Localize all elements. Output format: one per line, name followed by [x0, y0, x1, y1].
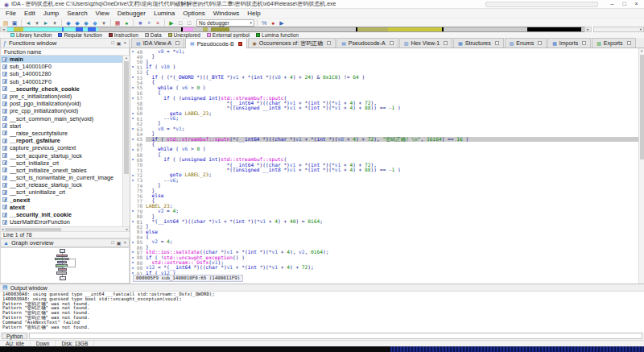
function-item[interactable]: f__raise_securityfailure — [1, 130, 130, 137]
dropdown-icon[interactable]: ▾ — [100, 20, 108, 26]
back-dropdown-icon[interactable]: ▾ — [33, 20, 41, 26]
function-item[interactable]: fstart — [1, 122, 130, 130]
tab-close-icon[interactable] — [238, 42, 242, 46]
tab-enums[interactable]: ▧Enums — [505, 38, 547, 48]
function-item[interactable]: f__scrt_uninitialize_crt — [1, 188, 130, 196]
function-item[interactable]: f__scrt_common_main_seh(void) — [1, 115, 130, 122]
panel-close-icon[interactable]: × — [123, 240, 126, 246]
forward-icon[interactable]: ► — [42, 20, 50, 26]
function-item[interactable]: f__scrt_acquire_startup_lock — [1, 151, 130, 159]
debugger-combo[interactable]: No debugger▾ — [196, 19, 254, 27]
output-window-header[interactable]: ▤ Output window — [0, 284, 644, 292]
function-item[interactable]: fpost_pgo_initialization(void) — [1, 100, 130, 107]
tab-box-icon[interactable] — [390, 41, 394, 45]
function-item[interactable]: fatexit — [1, 204, 130, 211]
scroll-up-icon[interactable]: ▴ — [641, 48, 642, 52]
function-item[interactable]: f__security_init_cookie — [1, 211, 130, 218]
tab-imports[interactable]: ▩Imports — [547, 38, 591, 48]
function-item[interactable]: f__scrt_is_nonwritable_in_current_image — [1, 174, 130, 181]
menu-item-help[interactable]: Help — [243, 9, 264, 18]
functions-window-header[interactable]: ƒ Functions window □ ▣ × — [0, 38, 130, 48]
function-item[interactable]: fsub_140001280 — [1, 70, 130, 77]
tab-pseudocode-b[interactable]: ▤Pseudocode-B — [185, 38, 247, 48]
scroll-left-icon[interactable]: ◂ — [2, 227, 3, 231]
menu-item-file[interactable]: File — [2, 9, 20, 18]
function-item[interactable]: f__scrt_initialize_onexit_tables — [1, 167, 130, 174]
navband-scroll-left-icon[interactable]: ◂ — [0, 27, 7, 32]
functions-vertical-scrollbar[interactable]: ▴ — [122, 56, 130, 226]
back-icon[interactable]: ◄ — [24, 20, 32, 26]
menu-item-options[interactable]: Options — [179, 9, 209, 18]
start-debug-icon[interactable]: ▶ — [167, 20, 175, 26]
jump-icon-3[interactable]: ◆ — [82, 20, 90, 26]
jump-icon-4[interactable]: ◆ — [91, 20, 99, 26]
menu-item-lumina[interactable]: Lumina — [150, 9, 179, 18]
function-item[interactable]: f__scrt_initialize_crt — [1, 159, 130, 167]
tab-box-icon[interactable] — [495, 41, 499, 45]
scrollbar-thumb[interactable] — [5, 228, 61, 231]
tab-box-icon[interactable] — [175, 41, 180, 45]
function-item[interactable]: fUserMathErrorFunction — [1, 218, 130, 226]
menu-item-view[interactable]: View — [92, 9, 114, 18]
graph-view-rectangle[interactable] — [64, 259, 76, 267]
tab-structures[interactable]: ▦Structures — [453, 38, 504, 48]
edit-icon[interactable]: + — [145, 20, 153, 26]
panel-float-icon[interactable]: ▣ — [117, 240, 122, 246]
open-icon[interactable]: ▨ — [2, 20, 10, 26]
close-icon[interactable]: × — [630, 0, 642, 8]
panel-float-icon[interactable]: ▣ — [117, 40, 122, 46]
code-vertical-scrollbar[interactable]: ▴ — [638, 48, 644, 284]
graph-overview-thumbnail[interactable] — [0, 247, 130, 284]
run-icon[interactable]: ▶ — [278, 20, 286, 26]
function-item[interactable]: f__security_check_cookie — [1, 85, 130, 93]
stop-debug-icon[interactable]: □ — [185, 20, 193, 26]
jump-icon-1[interactable]: ◆ — [64, 20, 72, 26]
function-item[interactable]: f_onexit — [1, 197, 130, 204]
graph-overview-header[interactable]: ▲ Graph overview □ ▣ × — [0, 238, 130, 247]
minimize-icon[interactable]: – — [606, 0, 618, 8]
navigation-band-strip[interactable] — [7, 27, 584, 32]
pause-debug-icon[interactable]: □ — [176, 20, 184, 26]
tab-box-icon[interactable] — [444, 41, 448, 45]
navband-scale-combo[interactable]: ▾ — [593, 27, 644, 32]
menu-item-debugger[interactable]: Debugger — [114, 9, 150, 18]
jump-icon-2[interactable]: ◆ — [73, 20, 81, 26]
panel-restore-icon[interactable]: □ — [111, 240, 114, 246]
maximize-icon[interactable]: □ — [618, 0, 630, 8]
patch-icon[interactable]: ■ — [136, 20, 144, 26]
scrollbar-thumb[interactable] — [124, 61, 129, 174]
lumina-icon[interactable]: ● — [122, 20, 130, 26]
function-item[interactable]: fpre_cpp_initialization(void) — [1, 107, 130, 114]
panel-close-icon[interactable]: × — [123, 40, 126, 46]
tab-occurrences-of[interactable]: ◉Occurrences of: 密码正确 — [248, 38, 336, 48]
output-log[interactable]: 1400030A0: using guessed type __int64 __… — [0, 292, 644, 332]
breakpoint-icon[interactable]: ● — [269, 20, 277, 26]
tab-exports[interactable]: ▨Exports — [592, 38, 635, 48]
functions-horizontal-scrollbar[interactable]: ◂ ▸ — [0, 226, 130, 232]
delete-icon[interactable]: × — [154, 20, 162, 26]
save-icon[interactable]: ▣ — [10, 20, 19, 26]
tab-box-icon[interactable] — [627, 41, 631, 45]
pseudocode-pane[interactable]: ●48 v8 = *v1;49 }50}●51if ( v10 )52{●53 … — [130, 48, 644, 284]
panel-restore-icon[interactable]: □ — [111, 40, 114, 46]
tab-box-icon[interactable] — [582, 41, 586, 45]
scrollbar-thumb[interactable] — [640, 55, 644, 159]
navband-scroll-right-icon[interactable]: ▸ — [584, 27, 592, 32]
tab-pseudocode-a[interactable]: ▤Pseudocode-A — [336, 38, 398, 48]
function-item[interactable]: fsub_1400010F0 — [1, 63, 130, 70]
menu-item-edit[interactable]: Edit — [20, 9, 39, 18]
tab-hex-view-1[interactable]: ▥Hex View-1 — [399, 38, 452, 48]
function-item[interactable]: fmain — [1, 56, 130, 63]
menu-item-search[interactable]: Search — [63, 9, 91, 18]
function-item[interactable]: fpre_c_initialization(void) — [1, 93, 130, 100]
function-item[interactable]: f__report_gsfailure — [1, 137, 130, 144]
python-input[interactable] — [29, 333, 642, 339]
function-item[interactable]: fsub_1400012F0 — [1, 78, 130, 85]
tab-ida-view-a[interactable]: ▤IDA View-A — [131, 38, 184, 48]
forward-dropdown-icon[interactable]: ▾ — [51, 20, 59, 26]
menu-item-windows[interactable]: Windows — [209, 9, 243, 18]
function-item[interactable]: fcapture_previous_context — [1, 144, 130, 151]
tab-box-icon[interactable] — [538, 41, 542, 45]
tab-box-icon[interactable] — [327, 41, 331, 45]
functions-column-header[interactable]: Function name — [0, 48, 130, 56]
